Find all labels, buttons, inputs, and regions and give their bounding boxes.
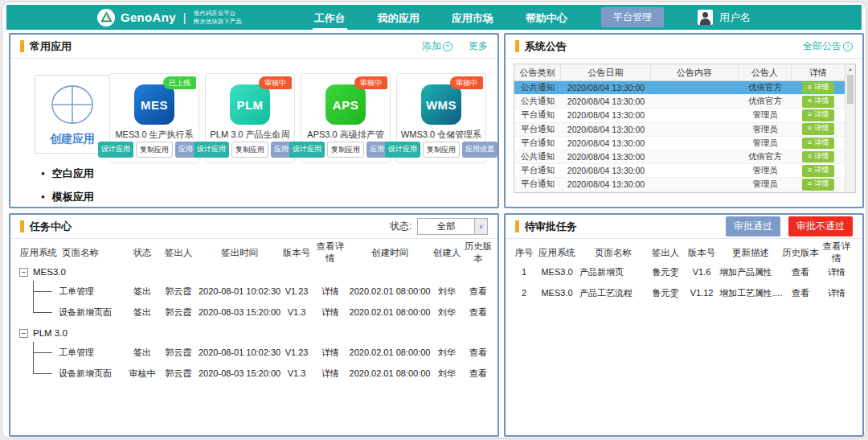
status-filter-select[interactable]: 全部 ∨ [417,218,488,235]
detail-link[interactable]: 详情 [819,287,854,299]
task-center-body: 应用系统页面名称状态签出人签出时间版本号查看详情创建时间创建人历史版本 −MES… [10,241,497,436]
announcement-detail-button[interactable]: ≡详情 [802,151,834,163]
approval-row[interactable]: 2MES3.0产品工艺流程鲁元雯V1.12增加工艺属性......查看详情 [506,282,862,303]
announcement-row[interactable]: 平台通知2020/08/04 13:30:00管理员≡详情 [514,109,845,122]
task-row[interactable]: 设备新增页面签出郭云霞2020-08-03 15:20:00V1.3详情2020… [10,302,497,323]
announcement-row[interactable]: 平台通知2020/08/04 13:30:00管理员≡详情 [514,137,845,150]
reject-button[interactable]: 审批不通过 [788,216,853,236]
announcement-date: 2020/08/04 13:30:00 [561,109,651,121]
title-accent-bar [20,220,24,232]
approve-button[interactable]: 审批通过 [726,216,780,236]
announcement-row[interactable]: 平台通知2020/08/04 13:30:00管理员≡详情 [514,123,845,137]
detail-link[interactable]: 详情 [313,286,348,298]
announcement-type: 平台通知 [514,123,561,136]
nav-workbench[interactable]: 工作台 [313,6,347,30]
add-app-link[interactable]: 添加 + [422,39,452,53]
column-header: 公告人 [739,64,792,80]
task-group-row[interactable]: −PLM 3.0 [10,324,497,342]
wms-app-icon: WMS [421,84,461,125]
task-row[interactable]: 工单管理签出郭云霞2020-08-01 10:02:30V1.23详情2020.… [10,342,497,363]
list-icon: ≡ [808,166,812,175]
copy-app-button[interactable]: 复制应用 [423,142,460,158]
design-app-button[interactable]: 设计应用 [194,142,229,158]
approval-row[interactable]: 1MES3.0产品新增页鲁元雯V1.6增加产品属性查看详情 [506,261,862,282]
design-app-button[interactable]: 设计应用 [385,142,420,158]
checkout-by: 郭云霞 [158,368,199,380]
app-card-aps[interactable]: 审核中APSAPS3.0 高级排产管理设计应用复制应用应用设置 [301,73,391,163]
history-link[interactable]: 查看 [782,287,819,299]
detail-link[interactable]: 详情 [819,266,854,278]
detail-link[interactable]: 详情 [313,347,348,359]
announcement-detail-button[interactable]: ≡详情 [802,123,834,135]
plm-app-icon: PLM [230,84,270,125]
announcement-detail-button[interactable]: ≡详情 [802,109,834,121]
app-card-mes[interactable]: 已上线MESMES3.0 生产执行系统设计应用复制应用应用设置 [109,73,199,163]
announcements-table-header: 公告类别公告日期公告内容公告人详情 [514,64,845,81]
announcement-row[interactable]: 平台通知2020/08/04 13:30:00管理员≡详情 [514,178,845,191]
app-type-bullet[interactable]: 模板应用 [41,190,94,204]
all-announcements-link[interactable]: 全部公告 › [803,39,853,53]
approvals-header: 待审批任务 审批通过 审批不通过 [506,215,862,239]
copy-app-button[interactable]: 复制应用 [231,142,268,158]
announcement-publisher: 管理员 [739,164,792,177]
column-header: 状态 [126,247,158,259]
more-link[interactable]: 更多 [469,39,488,53]
app-card-plm[interactable]: 审核中PLMPLM 3.0 产品生命周期管理设计应用复制应用应用设置 [205,73,295,163]
announcement-type: 平台通知 [514,109,561,121]
app-card-wms[interactable]: 审核中WMSWMS3.0 仓储管理系统设计应用复制应用应用设置 [396,73,486,163]
announcement-row[interactable]: 平台通知2020/08/04 13:30:00管理员≡详情 [514,164,845,178]
scroll-up-icon[interactable]: ▲ [845,64,855,72]
column-header: 公告内容 [651,64,739,80]
detail-link[interactable]: 详情 [313,368,348,380]
announcement-type: 平台通知 [514,137,561,150]
nav-app-market[interactable]: 应用市场 [450,6,495,30]
app-system-label: PLM 3.0 [33,328,68,338]
history-link[interactable]: 查看 [462,286,494,298]
app-system: MES3.0 [534,267,579,277]
announcement-detail-button[interactable]: ≡详情 [802,82,834,94]
announcement-detail-button[interactable]: ≡详情 [802,96,834,108]
scrollbar-thumb[interactable] [847,75,854,104]
scrollbar[interactable]: ▲ [845,64,855,192]
column-header: 历史版本 [782,247,819,259]
copy-app-button[interactable]: 复制应用 [327,142,364,158]
announcement-detail-button[interactable]: ≡详情 [802,179,834,191]
detail-link[interactable]: 详情 [313,306,348,319]
announcement-row[interactable]: 公共通知2020/08/04 13:30:00优倍官方≡详情 [514,81,845,95]
chevron-down-icon[interactable]: ∨ [474,219,487,234]
announcement-type: 公共通知 [514,81,561,94]
history-link[interactable]: 查看 [462,306,494,319]
announcement-row[interactable]: 公共通知2020/08/04 13:30:00优倍官方≡详情 [514,150,845,164]
history-link[interactable]: 查看 [462,368,494,380]
detail-button-label: 详情 [814,179,829,189]
copy-app-button[interactable]: 复制应用 [136,142,173,158]
design-app-button[interactable]: 设计应用 [98,142,133,158]
user-avatar[interactable] [698,10,713,25]
update-description: 增加工艺属性...... [719,287,782,299]
announcement-detail-button[interactable]: ≡详情 [802,138,834,150]
username[interactable]: 用户名 [719,10,751,25]
page-name: 产品工艺流程 [579,287,647,299]
history-link[interactable]: 查看 [462,347,494,359]
tree-line [33,363,34,373]
design-app-button[interactable]: 设计应用 [289,142,325,158]
announcement-publisher: 优倍官方 [739,95,792,108]
announcement-row[interactable]: 公共通知2020/08/04 13:30:00优倍官方≡详情 [514,95,845,109]
announcement-detail-button[interactable]: ≡详情 [802,165,834,177]
settings-app-button[interactable]: 应用设置 [462,142,497,158]
task-table-header: 应用系统页面名称状态签出人签出时间版本号查看详情创建时间创建人历史版本 [10,241,497,261]
nav-my-apps[interactable]: 我的应用 [376,6,421,30]
app-type-bullet[interactable]: 空白应用 [41,167,94,181]
history-link[interactable]: 查看 [782,266,819,278]
nav-help-center[interactable]: 帮助中心 [524,6,569,30]
announcement-publisher: 管理员 [739,137,792,150]
task-row[interactable]: 工单管理签出郭云霞2020-08-01 10:02:30V1.23详情2020.… [10,281,497,302]
platform-admin-button[interactable]: 平台管理 [601,7,664,27]
collapse-icon[interactable]: − [19,329,28,338]
task-group-row[interactable]: −MES3.0 [10,263,497,281]
announcement-publisher: 管理员 [739,109,792,121]
column-header: 签出时间 [199,247,280,259]
task-row[interactable]: 设备新增页面审核中郭云霞2020-08-03 15:20:00V1.3详情202… [10,363,497,384]
list-icon: ≡ [808,124,812,134]
collapse-icon[interactable]: − [19,268,28,277]
